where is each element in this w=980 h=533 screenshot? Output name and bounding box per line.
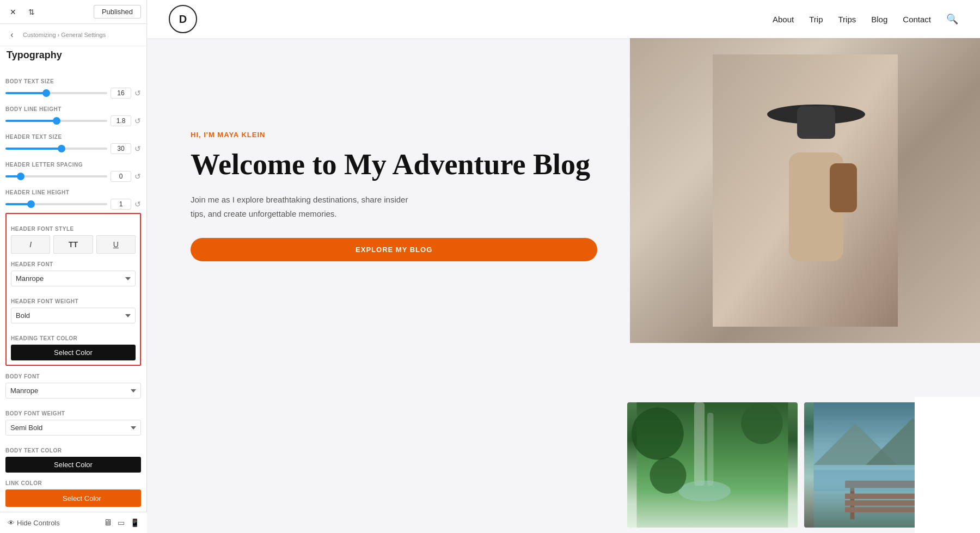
header-line-height-thumb[interactable]: [27, 200, 35, 208]
header-line-height-track: [5, 203, 107, 205]
svg-rect-7: [707, 413, 714, 486]
body-text-size-row: 16 ↺: [5, 88, 141, 99]
header-line-height-label: HEADER LINE HEIGHT: [5, 189, 141, 195]
header-text-size-fill: [5, 148, 62, 150]
svg-rect-2: [797, 106, 835, 139]
hero-right: [630, 38, 980, 343]
panel-footer: 👁 Hide Controls 🖥 ▭ 📱: [0, 512, 147, 533]
eye-icon: 👁: [8, 519, 15, 527]
panel-header: ✕ ⇅ Published: [0, 0, 146, 24]
body-font-weight-select[interactable]: Light Regular Semi Bold Bold: [5, 420, 141, 436]
header-line-height-reset[interactable]: ↺: [134, 200, 141, 209]
heading-text-color-btn[interactable]: Select Color: [11, 345, 136, 360]
header-text-size-value[interactable]: 30: [111, 143, 131, 154]
header-letter-spacing-reset[interactable]: ↺: [134, 172, 141, 181]
body-text-size-fill: [5, 92, 46, 94]
body-font-select[interactable]: Manrope Roboto Open Sans Lato: [5, 383, 141, 399]
panel-nav: ‹ Customizing › General Settings: [0, 24, 146, 46]
hero-image: [630, 38, 980, 343]
hero-description: Join me as I explore breathtaking destin…: [191, 193, 419, 220]
link-color-swatch-row: Select Color: [5, 489, 141, 507]
hide-controls-button[interactable]: 👁 Hide Controls: [8, 519, 60, 527]
close-button[interactable]: ✕: [5, 4, 21, 20]
link-color-swatch: [5, 489, 23, 507]
body-text-color-swatch-row: Select Color: [5, 457, 141, 473]
link-color-btn[interactable]: Select Color: [23, 489, 141, 507]
body-text-size-thumb[interactable]: [42, 89, 50, 97]
header-text-size-label: HEADER TEXT SIZE: [5, 134, 141, 140]
mobile-device-button[interactable]: 📱: [130, 518, 139, 528]
right-white-area: [915, 397, 980, 533]
underline-button[interactable]: U: [96, 235, 136, 254]
body-line-height-row: 1.8 ↺: [5, 115, 141, 126]
body-line-height-label: BODY LINE HEIGHT: [5, 106, 141, 112]
svg-point-11: [650, 457, 687, 494]
body-line-height-value[interactable]: 1.8: [111, 115, 131, 126]
left-panel: ✕ ⇅ Published ‹ Customizing › General Se…: [0, 0, 147, 533]
nav-link-blog[interactable]: Blog: [871, 15, 887, 24]
body-font-weight-label: BODY FONT WEIGHT: [5, 411, 141, 416]
header-text-size-track: [5, 148, 107, 150]
thumbnail-waterfall: [627, 402, 798, 528]
explore-button[interactable]: EXPLORE MY BLOG: [191, 238, 597, 261]
hero-title: Welcome to My Adventure Blog: [191, 149, 597, 181]
header-line-height-value[interactable]: 1: [111, 199, 131, 210]
svg-point-10: [741, 402, 783, 444]
waterfall-image: [627, 402, 798, 528]
bold-button[interactable]: TT: [53, 235, 93, 254]
tablet-device-button[interactable]: ▭: [118, 518, 125, 528]
body-line-height-fill: [5, 120, 57, 122]
header-text-size-row: 30 ↺: [5, 143, 141, 154]
body-text-size-track: [5, 92, 107, 94]
header-font-select[interactable]: Manrope Roboto Open Sans Lato Montserrat: [11, 271, 136, 286]
panel-content: BODY TEXT SIZE 16 ↺ BODY LINE HEIGHT 1.8…: [0, 66, 146, 533]
header-line-height-row: 1 ↺: [5, 199, 141, 210]
hero-subtitle: HI, I'M MAYA KLEIN: [191, 131, 597, 139]
font-style-row: I TT U: [11, 235, 136, 254]
device-buttons: 🖥 ▭ 📱: [103, 518, 139, 528]
nav-link-contact[interactable]: Contact: [903, 15, 931, 24]
svg-point-9: [632, 408, 684, 460]
body-line-height-track: [5, 120, 107, 122]
heading-text-color-label: HEADING TEXT COLOR: [11, 335, 136, 341]
body-line-height-thumb[interactable]: [53, 117, 60, 125]
header-text-size-thumb[interactable]: [58, 145, 65, 152]
header-font-weight-label: HEADER FONT WEIGHT: [11, 298, 136, 304]
svg-point-8: [678, 481, 731, 501]
link-color-label: LINK COLOR: [5, 480, 141, 486]
body-text-size-reset[interactable]: ↺: [134, 89, 141, 97]
body-line-height-reset[interactable]: ↺: [134, 117, 141, 125]
back-button[interactable]: ‹: [5, 28, 19, 41]
header-letter-spacing-thumb[interactable]: [17, 173, 24, 180]
svg-rect-4: [830, 163, 857, 212]
site-logo: D: [169, 5, 197, 33]
site-nav-links: About Trip Trips Blog Contact 🔍: [773, 13, 958, 25]
body-text-size-value[interactable]: 16: [111, 88, 131, 99]
panel-title: Typography: [0, 46, 146, 66]
header-letter-spacing-label: HEADER LETTER SPACING: [5, 162, 141, 168]
header-letter-spacing-value[interactable]: 0: [111, 171, 131, 182]
body-text-color-label: BODY TEXT COLOR: [5, 448, 141, 454]
preview-area: D About Trip Trips Blog Contact 🔍 HI, I'…: [147, 0, 980, 533]
site-nav: D About Trip Trips Blog Contact 🔍: [147, 0, 980, 38]
header-letter-spacing-track: [5, 175, 107, 177]
nav-link-trips[interactable]: Trips: [838, 15, 856, 24]
search-icon[interactable]: 🔍: [946, 13, 958, 25]
header-text-size-reset[interactable]: ↺: [134, 144, 141, 153]
svg-rect-6: [694, 402, 705, 486]
body-text-size-label: BODY TEXT SIZE: [5, 78, 141, 84]
body-text-color-btn[interactable]: Select Color: [5, 457, 141, 473]
header-font-weight-select[interactable]: Thin Light Regular Semi Bold Bold Extra …: [11, 308, 136, 323]
italic-button[interactable]: I: [11, 235, 50, 254]
hero-illustration: [713, 54, 898, 327]
header-letter-spacing-row: 0 ↺: [5, 171, 141, 182]
desktop-device-button[interactable]: 🖥: [103, 518, 112, 528]
header-font-style-label: HEADER FONT STYLE: [11, 226, 136, 232]
highlighted-section: HEADER FONT STYLE I TT U HEADER FONT Man…: [5, 213, 141, 366]
panel-header-icons: ✕ ⇅: [5, 4, 39, 20]
published-button[interactable]: Published: [94, 5, 141, 19]
nav-link-trip[interactable]: Trip: [809, 15, 823, 24]
swap-button[interactable]: ⇅: [24, 4, 39, 20]
nav-link-about[interactable]: About: [773, 15, 794, 24]
hero-section: HI, I'M MAYA KLEIN Welcome to My Adventu…: [147, 38, 980, 343]
